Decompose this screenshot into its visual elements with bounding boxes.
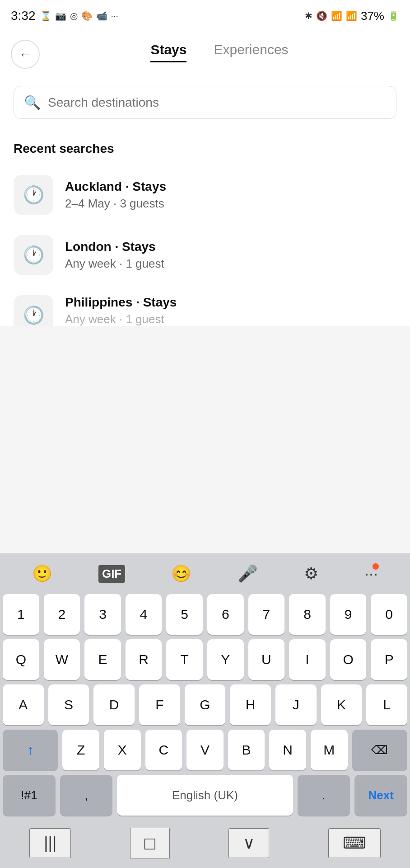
next-key[interactable]: Next (354, 775, 407, 816)
key-3[interactable]: 3 (84, 594, 121, 635)
key-h[interactable]: H (230, 684, 271, 725)
mute-icon: 🔇 (316, 10, 327, 21)
gear-icon: ⚙ (304, 564, 318, 583)
keyboard-asdf-row: A S D F G H J K L (3, 684, 407, 725)
key-u[interactable]: U (248, 639, 285, 680)
space-key[interactable]: English (UK) (117, 775, 293, 816)
key-e[interactable]: E (84, 639, 121, 680)
key-t[interactable]: T (166, 639, 203, 680)
more-button[interactable]: ··· (361, 561, 382, 587)
key-v[interactable]: V (186, 730, 224, 770)
recent-main-auckland: Auckland · Stays (65, 179, 166, 194)
keyboard-number-row: 1 2 3 4 5 6 7 8 9 0 (3, 594, 407, 635)
clock-icon: 🕐 (23, 305, 44, 325)
key-f[interactable]: F (139, 684, 180, 725)
key-p[interactable]: P (371, 639, 407, 680)
emoji-sticker-button[interactable]: 🙂 (28, 561, 56, 587)
settings-button[interactable]: ⚙ (300, 561, 322, 587)
signal-icon: 📶 (346, 10, 357, 21)
home-nav-button[interactable]: □ (130, 828, 170, 859)
clock-icon-philippines: 🕐 (14, 295, 53, 326)
home-nav-icon: □ (144, 833, 155, 854)
on-screen-keyboard: 1 2 3 4 5 6 7 8 9 0 Q W E R T Y U I O P … (0, 594, 410, 823)
battery-icon: 🔋 (388, 10, 399, 21)
recent-main-philippines: Philippines · Stays (65, 295, 177, 310)
recents-nav-icon: ∨ (243, 834, 255, 853)
mic-button[interactable]: 🎤 (234, 561, 261, 587)
back-button[interactable]: ← (11, 40, 40, 69)
recent-searches-title: Recent searches (14, 142, 396, 165)
key-2[interactable]: 2 (44, 594, 80, 635)
recent-search-item-london[interactable]: 🕐 London · Stays Any week · 1 guest (14, 225, 396, 285)
key-0[interactable]: 0 (371, 594, 407, 635)
recent-sub-auckland: 2–4 May · 3 guests (65, 197, 166, 211)
emoji-icon: 😊 (171, 564, 191, 583)
key-x[interactable]: X (104, 730, 141, 770)
key-q[interactable]: Q (3, 639, 39, 680)
status-time: 3:32 (11, 9, 36, 23)
tab-stays[interactable]: Stays (150, 42, 186, 62)
notification-dot (373, 563, 379, 570)
status-app-icons: ⌛ 📷 ◎ 🎨 📹 ··· (40, 10, 119, 21)
key-g[interactable]: G (185, 684, 226, 725)
recent-sub-london: Any week · 1 guest (65, 257, 164, 271)
recent-search-item-auckland[interactable]: 🕐 Auckland · Stays 2–4 May · 3 guests (14, 165, 396, 225)
key-i[interactable]: I (289, 639, 326, 680)
nav-tabs: Stays Experiences (40, 42, 399, 67)
key-y[interactable]: Y (207, 639, 244, 680)
keyboard-nav-button[interactable]: ⌨ (328, 828, 381, 858)
recent-sub-philippines: Any week · 1 guest (65, 312, 177, 326)
key-o[interactable]: O (330, 639, 367, 680)
key-5[interactable]: 5 (166, 594, 203, 635)
gif-button[interactable]: GIF (95, 561, 129, 586)
recent-main-london: London · Stays (65, 240, 164, 254)
recent-info-london: London · Stays Any week · 1 guest (65, 240, 164, 271)
notification-icon-4: 🎨 (81, 10, 93, 21)
key-a[interactable]: A (3, 684, 44, 725)
key-d[interactable]: D (93, 684, 135, 725)
key-m[interactable]: M (311, 730, 348, 770)
key-r[interactable]: R (126, 639, 162, 680)
key-w[interactable]: W (44, 639, 80, 680)
key-8[interactable]: 8 (289, 594, 326, 635)
status-left: 3:32 ⌛ 📷 ◎ 🎨 📹 ··· (11, 9, 118, 23)
recent-searches-section: Recent searches 🕐 Auckland · Stays 2–4 M… (0, 132, 410, 326)
back-nav-button[interactable]: ||| (29, 828, 71, 858)
tab-experiences[interactable]: Experiences (214, 42, 288, 62)
keyboard-bottom-row: !#1 , English (UK) . Next (3, 775, 407, 816)
wifi-icon: 📶 (331, 10, 342, 21)
clock-icon: 🕐 (23, 185, 44, 205)
key-c[interactable]: C (145, 730, 182, 770)
clock-icon: 🕐 (23, 245, 44, 265)
battery-indicator: 37% (361, 9, 384, 23)
keyboard-nav-icon: ⌨ (343, 834, 366, 853)
search-box[interactable]: 🔍 (14, 86, 396, 119)
notification-icon-3: ◎ (70, 10, 78, 21)
microphone-icon: 🎤 (238, 564, 258, 583)
search-icon: 🔍 (24, 94, 41, 110)
key-n[interactable]: N (269, 730, 306, 770)
key-l[interactable]: L (366, 684, 407, 725)
shift-key[interactable]: ↑ (3, 730, 58, 770)
emoji-button[interactable]: 😊 (168, 561, 195, 587)
comma-key[interactable]: , (60, 775, 113, 816)
key-b[interactable]: B (228, 730, 265, 770)
symbols-key[interactable]: !#1 (3, 775, 56, 816)
key-k[interactable]: K (321, 684, 362, 725)
recent-search-item-philippines[interactable]: 🕐 Philippines · Stays Any week · 1 guest (14, 285, 396, 326)
period-key[interactable]: . (298, 775, 350, 816)
status-right: ✱ 🔇 📶 📶 37% 🔋 (305, 9, 399, 23)
recents-nav-button[interactable]: ∨ (228, 828, 269, 858)
key-z[interactable]: Z (62, 730, 99, 770)
status-bar: 3:32 ⌛ 📷 ◎ 🎨 📹 ··· ✱ 🔇 📶 📶 37% 🔋 (0, 0, 410, 32)
key-6[interactable]: 6 (207, 594, 244, 635)
key-s[interactable]: S (48, 684, 89, 725)
backspace-key[interactable]: ⌫ (352, 730, 407, 770)
key-4[interactable]: 4 (126, 594, 162, 635)
key-7[interactable]: 7 (248, 594, 285, 635)
key-1[interactable]: 1 (3, 594, 39, 635)
search-input[interactable] (48, 95, 386, 110)
clock-icon-auckland: 🕐 (14, 175, 53, 215)
key-9[interactable]: 9 (330, 594, 367, 635)
key-j[interactable]: J (275, 684, 317, 725)
